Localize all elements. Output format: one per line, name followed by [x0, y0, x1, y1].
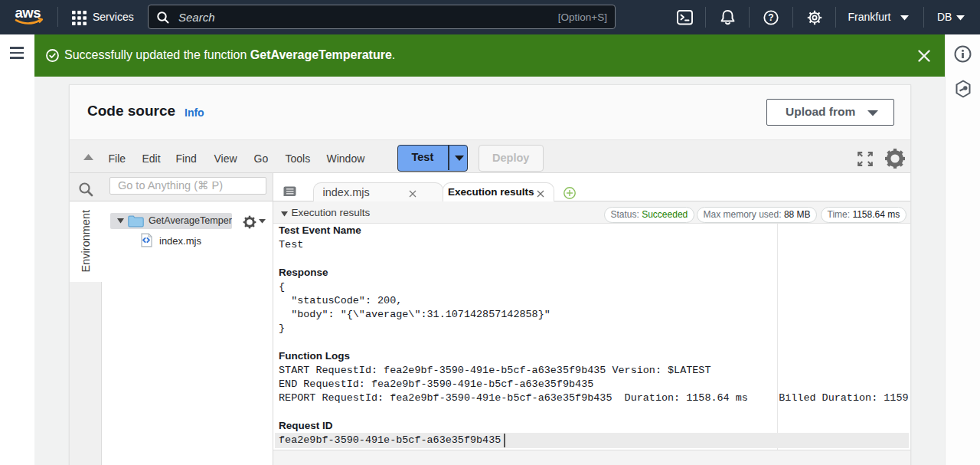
svg-text:aws: aws [15, 5, 41, 21]
svg-text:?: ? [768, 12, 773, 23]
